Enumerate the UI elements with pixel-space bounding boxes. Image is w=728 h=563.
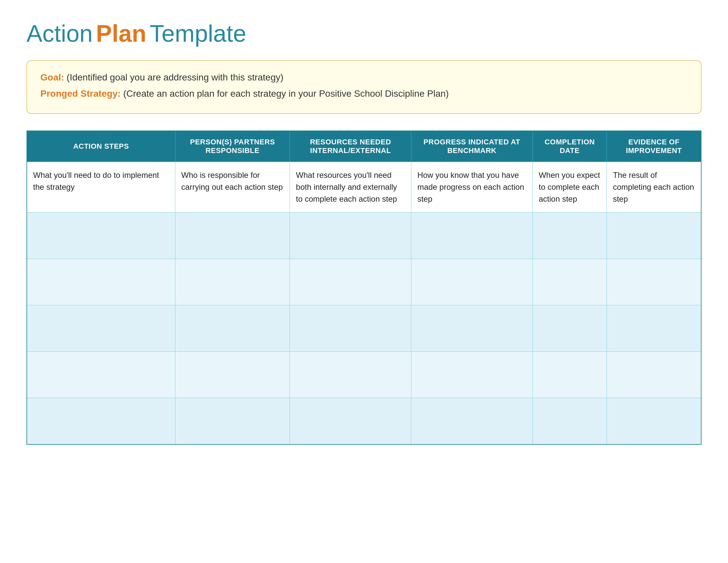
table-header-row: ACTION STEPS PERSON(S) PARTNERS RESPONSI… <box>27 131 701 162</box>
cell-completion-2[interactable] <box>532 259 607 305</box>
page-title: Action Plan Template <box>26 20 702 47</box>
cell-persons-2[interactable] <box>175 259 290 305</box>
cell-progress-4[interactable] <box>411 352 533 398</box>
cell-completion-desc: When you expect to complete each action … <box>532 162 607 212</box>
cell-progress-1[interactable] <box>411 212 533 259</box>
cell-completion-4[interactable] <box>532 352 607 398</box>
goal-label: Goal: <box>40 72 64 82</box>
cell-progress-desc: How you know that you have made progress… <box>411 162 533 212</box>
cell-resources-2[interactable] <box>290 259 411 305</box>
cell-evidence-3[interactable] <box>607 305 701 352</box>
table-row-description: What you'll need to do to implement the … <box>27 162 701 212</box>
cell-completion-1[interactable] <box>532 212 607 259</box>
cell-action-1[interactable] <box>27 212 175 259</box>
cell-progress-5[interactable] <box>411 398 533 445</box>
cell-evidence-2[interactable] <box>607 259 701 305</box>
cell-action-3[interactable] <box>27 305 175 352</box>
title-template: Template <box>150 20 246 47</box>
goal-line: Goal: (Identified goal you are addressin… <box>40 71 688 84</box>
table-row <box>27 212 701 259</box>
cell-resources-3[interactable] <box>290 305 411 352</box>
cell-completion-5[interactable] <box>532 398 607 445</box>
pronged-label: Pronged Strategy: <box>40 88 121 99</box>
header-progress: PROGRESS INDICATED AT BENCHMARK <box>411 131 533 162</box>
cell-action-desc: What you'll need to do to implement the … <box>27 162 175 212</box>
table-row <box>27 352 701 398</box>
cell-persons-1[interactable] <box>175 212 290 259</box>
cell-action-5[interactable] <box>27 398 175 445</box>
header-action-steps: ACTION STEPS <box>27 131 175 162</box>
header-evidence: EVIDENCE OF IMPROVEMENT <box>607 131 701 162</box>
cell-completion-3[interactable] <box>532 305 607 352</box>
cell-evidence-4[interactable] <box>607 352 701 398</box>
page-header: Action Plan Template <box>26 20 702 47</box>
cell-persons-4[interactable] <box>175 352 290 398</box>
cell-persons-3[interactable] <box>175 305 290 352</box>
cell-persons-5[interactable] <box>175 398 290 445</box>
cell-action-2[interactable] <box>27 259 175 305</box>
cell-progress-3[interactable] <box>411 305 533 352</box>
action-plan-table: ACTION STEPS PERSON(S) PARTNERS RESPONSI… <box>26 130 702 445</box>
cell-resources-desc: What resources you'll need both internal… <box>290 162 411 212</box>
pronged-line: Pronged Strategy: (Create an action plan… <box>40 87 688 100</box>
cell-persons-desc: Who is responsible for carrying out each… <box>175 162 290 212</box>
cell-evidence-1[interactable] <box>607 212 701 259</box>
table-row <box>27 305 701 352</box>
table-row <box>27 398 701 445</box>
header-resources: RESOURCES NEEDED INTERNAL/EXTERNAL <box>290 131 411 162</box>
pronged-text: (Create an action plan for each strategy… <box>123 88 449 99</box>
cell-progress-2[interactable] <box>411 259 533 305</box>
cell-action-4[interactable] <box>27 352 175 398</box>
goal-box: Goal: (Identified goal you are addressin… <box>26 60 702 114</box>
title-plan: Plan <box>96 20 146 47</box>
header-completion: COMPLETION DATE <box>532 131 607 162</box>
cell-resources-5[interactable] <box>290 398 411 445</box>
header-persons: PERSON(S) PARTNERS RESPONSIBLE <box>175 131 290 162</box>
cell-evidence-5[interactable] <box>607 398 701 445</box>
goal-text: (Identified goal you are addressing with… <box>67 72 283 82</box>
cell-evidence-desc: The result of completing each action ste… <box>607 162 701 212</box>
title-action: Action <box>26 20 93 47</box>
cell-resources-1[interactable] <box>290 212 411 259</box>
table-row <box>27 259 701 305</box>
cell-resources-4[interactable] <box>290 352 411 398</box>
